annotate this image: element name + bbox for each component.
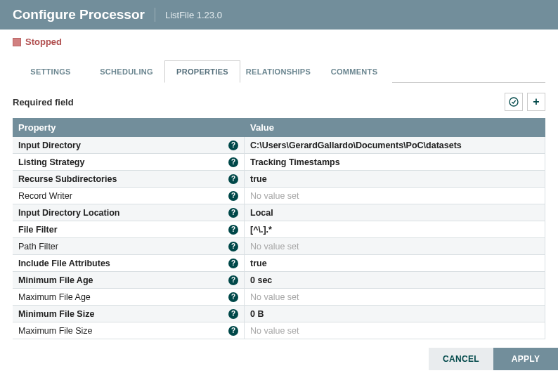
property-row[interactable]: Listing Strategy?Tracking Timestamps [13, 154, 545, 171]
section-header: Required field + [13, 83, 545, 118]
property-value-cell[interactable]: 0 sec [245, 272, 545, 288]
help-icon[interactable]: ? [228, 259, 238, 268]
help-icon[interactable]: ? [228, 208, 238, 218]
property-name-cell: Path Filter? [13, 238, 245, 254]
property-value-cell[interactable]: No value set [245, 188, 545, 204]
property-value: [^\.].* [250, 225, 272, 235]
property-name-cell: Record Writer? [13, 188, 245, 204]
property-name-cell: Recurse Subdirectories? [13, 171, 245, 187]
property-row[interactable]: Include File Attributes?true [13, 255, 545, 272]
property-name-label: Path Filter [18, 242, 58, 251]
property-name-label: Listing Strategy [18, 157, 84, 167]
properties-table: Property Value Input Directory?C:\Users\… [13, 118, 545, 339]
property-value-cell[interactable]: No value set [245, 322, 545, 339]
property-row[interactable]: Record Writer?No value set [13, 188, 545, 204]
property-value-cell[interactable]: [^\.].* [245, 221, 545, 237]
configure-processor-dialog: Configure Processor ListFile 1.23.0 Stop… [0, 0, 558, 374]
verify-properties-button[interactable] [505, 93, 523, 111]
property-name-cell: Maximum File Age? [13, 289, 245, 305]
property-name-label: Maximum File Size [18, 326, 93, 336]
property-value-cell[interactable]: Tracking Timestamps [245, 154, 545, 170]
property-name-label: Include File Attributes [18, 259, 110, 268]
property-row[interactable]: Minimum File Age?0 sec [13, 272, 545, 289]
property-row[interactable]: Minimum File Size?0 B [13, 306, 545, 322]
property-value-unset: No value set [250, 242, 299, 251]
tab-scheduling[interactable]: SCHEDULING [89, 60, 164, 83]
property-value-cell[interactable]: true [245, 255, 545, 271]
processor-type-version: ListFile 1.23.0 [165, 10, 222, 20]
property-name-cell: Minimum File Age? [13, 272, 245, 288]
status-text: Stopped [25, 37, 62, 47]
property-name-label: Recurse Subdirectories [18, 174, 117, 184]
property-name-cell: Maximum File Size? [13, 322, 245, 339]
property-value: 0 sec [250, 275, 272, 285]
tab-comments[interactable]: COMMENTS [316, 60, 392, 83]
add-property-button[interactable]: + [527, 93, 545, 111]
property-name-cell: Minimum File Size? [13, 306, 245, 322]
svg-point-0 [510, 98, 518, 106]
dialog-header: Configure Processor ListFile 1.23.0 [0, 0, 558, 30]
help-icon[interactable]: ? [228, 141, 238, 150]
table-body[interactable]: Input Directory?C:\Users\GerardGallardo\… [13, 137, 545, 339]
property-name-cell: Listing Strategy? [13, 154, 245, 170]
help-icon[interactable]: ? [228, 275, 238, 285]
property-value: true [250, 174, 267, 184]
property-value-cell[interactable]: 0 B [245, 306, 545, 322]
tab-properties[interactable]: PROPERTIES [164, 60, 240, 83]
tabstrip: SETTINGSSCHEDULINGPROPERTIESRELATIONSHIP… [13, 60, 545, 83]
property-value: 0 B [250, 309, 264, 319]
property-name-label: Input Directory Location [18, 208, 119, 218]
property-value: Local [250, 208, 273, 218]
check-circle-icon [508, 96, 519, 107]
tab-container: SETTINGSSCHEDULINGPROPERTIESRELATIONSHIP… [0, 47, 558, 83]
tab-settings[interactable]: SETTINGS [13, 60, 89, 83]
help-icon[interactable]: ? [228, 309, 238, 319]
property-value: C:\Users\GerardGallardo\Documents\PoC\da… [250, 141, 462, 150]
tab-relationships[interactable]: RELATIONSHIPS [240, 60, 316, 83]
property-row[interactable]: Recurse Subdirectories?true [13, 171, 545, 188]
cancel-button[interactable]: CANCEL [429, 348, 493, 370]
apply-button[interactable]: APPLY [493, 348, 558, 370]
dialog-title: Configure Processor [13, 7, 145, 22]
table-header-row: Property Value [13, 118, 545, 137]
property-row[interactable]: Input Directory Location?Local [13, 204, 545, 221]
property-value: true [250, 259, 267, 268]
help-icon[interactable]: ? [228, 225, 238, 235]
header-actions: + [505, 93, 545, 111]
property-row[interactable]: Path Filter?No value set [13, 238, 545, 255]
property-value-cell[interactable]: Local [245, 204, 545, 221]
property-row[interactable]: Maximum File Age?No value set [13, 289, 545, 306]
property-name-label: Minimum File Age [18, 275, 93, 285]
property-value: Tracking Timestamps [250, 157, 340, 167]
property-row[interactable]: File Filter?[^\.].* [13, 221, 545, 238]
property-row[interactable]: Input Directory?C:\Users\GerardGallardo\… [13, 137, 545, 154]
property-name-cell: Input Directory? [13, 137, 245, 153]
property-row[interactable]: Maximum File Size?No value set [13, 322, 545, 339]
col-header-property: Property [13, 118, 245, 137]
property-name-label: Record Writer [18, 191, 72, 201]
property-value-cell[interactable]: No value set [245, 238, 545, 254]
help-icon[interactable]: ? [228, 292, 238, 302]
property-value-cell[interactable]: C:\Users\GerardGallardo\Documents\PoC\da… [245, 137, 545, 153]
help-icon[interactable]: ? [228, 191, 238, 201]
property-name-label: Input Directory [18, 141, 81, 150]
property-value-unset: No value set [250, 292, 299, 302]
help-icon[interactable]: ? [228, 157, 238, 167]
header-separator [155, 8, 155, 22]
plus-icon: + [533, 96, 539, 108]
help-icon[interactable]: ? [228, 326, 238, 336]
help-icon[interactable]: ? [228, 174, 238, 184]
property-value-cell[interactable]: true [245, 171, 545, 187]
required-field-label: Required field [13, 97, 74, 107]
property-name-cell: Input Directory Location? [13, 204, 245, 221]
property-name-cell: File Filter? [13, 221, 245, 237]
property-value-unset: No value set [250, 326, 299, 336]
status-bar: Stopped [0, 30, 558, 47]
col-header-value: Value [245, 118, 545, 137]
property-name-label: File Filter [18, 225, 58, 235]
property-value-cell[interactable]: No value set [245, 289, 545, 305]
help-icon[interactable]: ? [228, 242, 238, 251]
property-name-label: Maximum File Age [18, 292, 91, 302]
property-name-cell: Include File Attributes? [13, 255, 245, 271]
property-name-label: Minimum File Size [18, 309, 94, 319]
